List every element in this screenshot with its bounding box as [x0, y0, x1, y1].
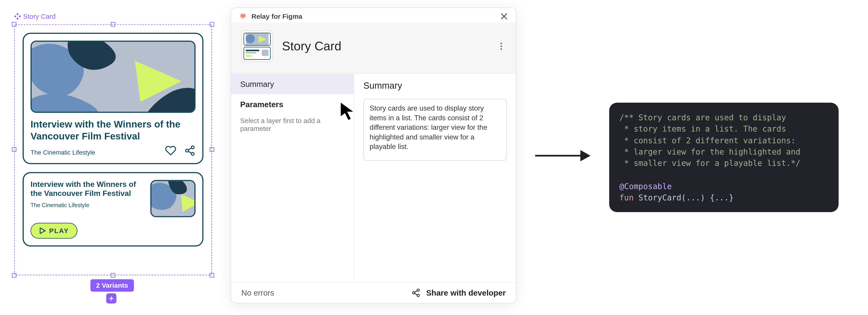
tab-parameters[interactable]: Parameters [231, 94, 354, 115]
svg-line-30 [415, 291, 417, 292]
relay-plugin-panel: Relay for Figma Story Card Summary Param… [230, 7, 517, 304]
svg-point-7 [186, 149, 188, 152]
card-subtitle: The Cinematic Lifestyle [31, 202, 145, 209]
share-icon[interactable] [184, 145, 195, 156]
svg-rect-23 [262, 50, 269, 56]
code-keyword: fun [619, 193, 633, 202]
relay-logo-icon [239, 12, 247, 20]
figma-selection-frame[interactable]: Interview with the Winners of the Vancou… [14, 24, 212, 276]
svg-marker-34 [581, 150, 591, 161]
heart-icon[interactable] [165, 145, 176, 156]
panel-footer: No errors Share with developer [231, 282, 516, 303]
svg-marker-0 [17, 13, 19, 15]
code-block: /** Story cards are used to display * st… [609, 103, 839, 212]
story-card-large[interactable]: Interview with the Winners of the Vancou… [23, 33, 204, 164]
svg-point-24 [500, 43, 502, 44]
main-heading: Summary [364, 81, 507, 91]
svg-point-29 [417, 294, 419, 296]
code-line: * consist of 2 different variations: [619, 136, 796, 145]
svg-marker-3 [14, 15, 17, 18]
svg-line-9 [188, 148, 191, 150]
arrow-icon [534, 148, 591, 164]
panel-component-header: Story Card [231, 23, 516, 74]
story-card-small[interactable]: Interview with the Winners of the Vancou… [23, 172, 204, 246]
code-line: * story items in a list. The cards [619, 124, 786, 133]
svg-point-28 [412, 292, 415, 294]
svg-point-26 [500, 48, 502, 50]
play-label: PLAY [49, 226, 69, 235]
component-thumbnail [241, 31, 273, 62]
figma-component-label[interactable]: Story Card [14, 12, 56, 20]
svg-rect-22 [246, 55, 252, 57]
svg-point-17 [246, 34, 255, 43]
svg-line-10 [188, 151, 191, 153]
svg-point-6 [191, 145, 194, 148]
panel-sidebar: Summary Parameters Select a layer first … [231, 74, 354, 282]
code-annotation: @Composable [619, 181, 672, 190]
card-subtitle: The Cinematic Lifestyle [31, 149, 95, 155]
status-text: No errors [241, 288, 274, 298]
summary-textarea[interactable] [364, 99, 507, 161]
share-label: Share with developer [426, 288, 506, 298]
card-title: Interview with the Winners of the Vancou… [31, 118, 195, 142]
play-button[interactable]: PLAY [31, 222, 77, 238]
more-icon[interactable] [497, 42, 506, 51]
svg-marker-13 [40, 228, 45, 233]
code-line: * smaller view for a playable list.*/ [619, 159, 800, 168]
svg-rect-21 [246, 53, 256, 54]
share-icon [411, 288, 421, 298]
close-icon[interactable] [500, 12, 508, 20]
panel-main: Summary [354, 74, 516, 282]
svg-marker-2 [17, 18, 19, 20]
code-line: * larger view for the highlighted and [619, 147, 800, 156]
parameters-hint: Select a layer first to add a parameter [231, 115, 354, 138]
svg-point-8 [191, 152, 194, 155]
card-hero-image [31, 41, 195, 113]
share-with-developer-button[interactable]: Share with developer [411, 288, 506, 298]
panel-header: Relay for Figma [231, 8, 516, 23]
component-name: Story Card [23, 12, 56, 20]
code-line: /** Story cards are used to display [619, 113, 786, 122]
add-variant-button[interactable]: + [106, 293, 116, 304]
variants-badge[interactable]: 2 Variants [90, 279, 134, 292]
play-icon [39, 227, 46, 234]
svg-rect-20 [246, 50, 259, 51]
svg-point-25 [500, 45, 502, 47]
svg-point-27 [417, 289, 419, 291]
component-title: Story Card [282, 39, 488, 54]
plugin-name: Relay for Figma [252, 12, 303, 20]
svg-line-31 [415, 293, 417, 295]
tab-summary[interactable]: Summary [231, 74, 354, 94]
card-title: Interview with the Winners of the Vancou… [31, 180, 145, 199]
component-icon [14, 13, 21, 20]
svg-marker-1 [19, 15, 21, 18]
code-line: StoryCard(...) {...} [633, 193, 734, 202]
card-thumbnail [150, 180, 195, 217]
